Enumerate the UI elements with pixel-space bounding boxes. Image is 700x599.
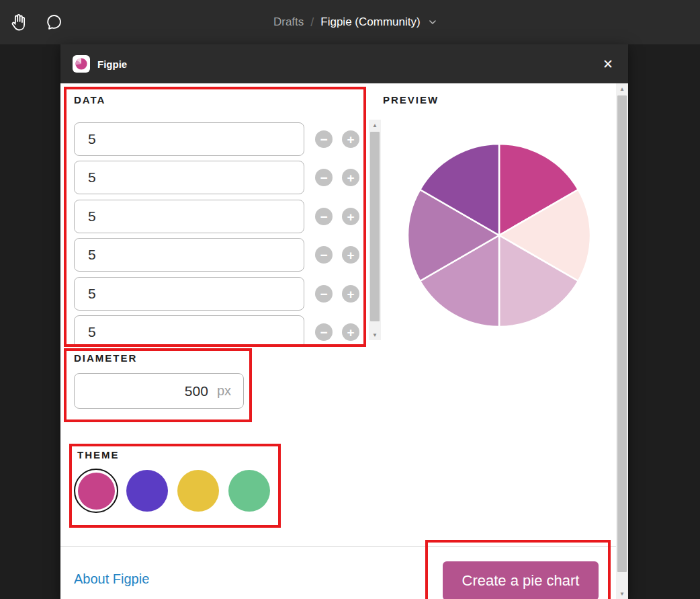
data-row: − + [74, 161, 360, 194]
plugin-title: Figpie [97, 58, 127, 70]
decrement-button[interactable]: − [315, 130, 333, 148]
pie-chart [405, 141, 593, 329]
data-list-scrollbar[interactable]: ▲ ▼ [369, 120, 381, 340]
plugin-window: Figpie ✕ DATA − + − + − + − [60, 44, 628, 599]
scroll-down-arrow-icon[interactable]: ▼ [616, 588, 628, 599]
data-value-input[interactable] [74, 277, 304, 311]
data-value-input[interactable] [74, 161, 304, 194]
plugin-body: DATA − + − + − + − + [60, 83, 628, 599]
decrement-button[interactable]: − [315, 246, 333, 264]
preview-section-label: PREVIEW [383, 94, 439, 106]
about-figpie-link[interactable]: About Figpie [74, 571, 149, 587]
pink-color-circle[interactable] [78, 473, 115, 510]
increment-button[interactable]: + [342, 285, 359, 303]
data-row: − + [74, 122, 360, 156]
data-row: − + [74, 277, 360, 311]
increment-button[interactable]: + [342, 130, 359, 148]
increment-button[interactable]: + [342, 246, 359, 264]
breadcrumb: Drafts / Figpie (Community) [273, 0, 437, 44]
data-row: − + [74, 315, 360, 344]
data-value-list: − + − + − + − + − + [74, 114, 360, 344]
close-button[interactable]: ✕ [600, 55, 616, 73]
yellow-color-circle[interactable] [177, 470, 219, 512]
comment-tool-button[interactable] [41, 9, 67, 35]
theme-swatch-purple[interactable] [125, 469, 169, 513]
theme-section-label: THEME [77, 449, 120, 461]
decrement-button[interactable]: − [315, 323, 333, 341]
decrement-button[interactable]: − [315, 169, 333, 186]
diameter-unit: px [217, 383, 231, 399]
figma-toolbar: Drafts / Figpie (Community) [0, 0, 700, 44]
figpie-logo-icon [73, 55, 90, 73]
scrollbar-thumb[interactable] [370, 132, 380, 321]
breadcrumb-drafts[interactable]: Drafts [273, 15, 304, 29]
increment-button[interactable]: + [342, 169, 359, 186]
green-color-circle[interactable] [228, 470, 270, 512]
create-pie-chart-button[interactable]: Create a pie chart [443, 561, 599, 599]
scroll-up-arrow-icon[interactable]: ▲ [616, 83, 628, 94]
breadcrumb-separator: / [310, 15, 314, 30]
decrement-button[interactable]: − [315, 285, 333, 303]
theme-swatch-yellow[interactable] [176, 469, 220, 513]
theme-swatch-green[interactable] [227, 469, 271, 513]
data-value-input[interactable] [74, 238, 304, 272]
increment-button[interactable]: + [342, 208, 359, 225]
footer-divider [60, 546, 616, 547]
data-row: − + [74, 200, 360, 233]
data-row: − + [74, 238, 360, 272]
decrement-button[interactable]: − [315, 208, 333, 225]
theme-options [74, 469, 271, 513]
hand-icon [8, 12, 28, 32]
data-value-input[interactable] [74, 200, 304, 233]
increment-button[interactable]: + [342, 323, 359, 341]
chevron-down-icon [429, 19, 437, 25]
purple-color-circle[interactable] [126, 470, 168, 512]
comment-icon [44, 13, 63, 32]
data-section-label: DATA [74, 94, 105, 106]
data-value-input[interactable] [74, 122, 304, 156]
diameter-value: 500 [185, 383, 208, 399]
hand-tool-button[interactable] [5, 9, 31, 35]
diameter-section-label: DIAMETER [74, 352, 137, 364]
data-value-input[interactable] [74, 315, 304, 344]
theme-swatch-pink[interactable] [74, 469, 118, 513]
pie-chart-preview [405, 141, 593, 329]
scrollbar-thumb[interactable] [617, 95, 627, 572]
plugin-scrollbar[interactable]: ▲ ▼ [616, 83, 628, 599]
scroll-down-arrow-icon[interactable]: ▼ [369, 329, 381, 340]
diameter-input[interactable]: 500 px [74, 373, 244, 409]
file-menu-chevron[interactable] [429, 19, 437, 25]
scroll-up-arrow-icon[interactable]: ▲ [369, 120, 381, 130]
plugin-titlebar: Figpie ✕ [60, 44, 628, 83]
breadcrumb-file-name[interactable]: Figpie (Community) [320, 15, 420, 29]
